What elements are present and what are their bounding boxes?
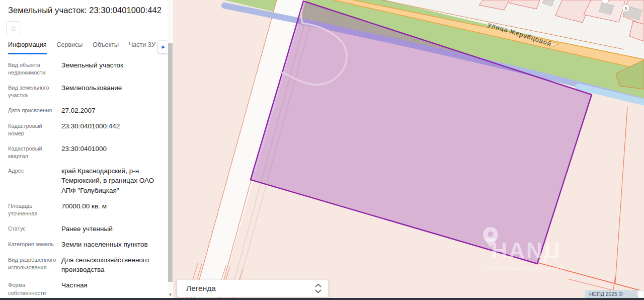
- field-value: Частная: [61, 280, 160, 297]
- field-value: Земельный участок: [61, 60, 160, 77]
- field-label: Вид земельного участка: [8, 83, 61, 100]
- field-value: край Краснодарский, р-н Темрюкский, в гр…: [61, 166, 160, 195]
- scrollbar-down-arrow-icon[interactable]: ▼: [168, 292, 173, 297]
- legend-bar[interactable]: Легенда: [177, 280, 328, 297]
- attribution-label: НСПД 2025 ©: [589, 291, 623, 297]
- tab-services[interactable]: Сервисы: [57, 41, 83, 54]
- field-value: Земли населенных пунктов: [61, 240, 160, 249]
- tab-information[interactable]: Информация: [8, 41, 47, 54]
- app-window: Земельный участок: 23:30:0401000:442 ☆ И…: [0, 0, 644, 300]
- field-value: Для сельскохозяйственного производства: [61, 255, 160, 274]
- field-row: Кадастровый номер 23:30:0401000:442: [8, 121, 160, 138]
- tab-bar: Информация Сервисы Объекты Части ЗУ Сост…: [8, 41, 168, 54]
- scrollbar-thumb[interactable]: [168, 43, 173, 282]
- field-row: Дата присвоения 27.02.2007: [8, 106, 160, 115]
- tab-parcel-parts[interactable]: Части ЗУ: [129, 41, 155, 54]
- map-attribution: НСПД 2025 ©: [585, 290, 644, 298]
- field-row: Категория земель Земли населенных пункто…: [8, 240, 160, 249]
- field-value: 23:30:0401000: [61, 144, 160, 161]
- watermark-title: ЦИАН: [490, 238, 559, 263]
- field-row: Вид земельного участка Землепользование: [8, 83, 160, 100]
- legend-label: Легенда: [186, 284, 216, 292]
- parcel-info-panel: Земельный участок: 23:30:0401000:442 ☆ И…: [0, 0, 168, 300]
- field-value: 23:30:0401000:442: [61, 121, 160, 138]
- field-row: Вид разрешенного использования Для сельс…: [8, 255, 160, 274]
- house-number-label: 6: [624, 6, 627, 11]
- field-row: Статус Ранее учтенный: [8, 224, 160, 234]
- map-canvas[interactable]: 6 улица Жеребцовой: [173, 0, 644, 300]
- field-value: Землепользование: [61, 83, 160, 100]
- panel-scrollbar[interactable]: ▼: [168, 0, 173, 300]
- field-label: Кадастровый квартал: [8, 144, 61, 161]
- field-label: Статус: [8, 224, 61, 234]
- watermark-subtitle: база недвижимости: [485, 264, 564, 272]
- field-row: Площадь уточненная 70000.00 кв. м: [8, 201, 160, 218]
- field-label: Форма собственности: [8, 280, 61, 297]
- field-row: Кадастровый квартал 23:30:0401000: [8, 144, 160, 161]
- field-value: 27.02.2007: [61, 106, 160, 115]
- field-row: Адрес край Краснодарский, р-н Темрюкский…: [8, 166, 160, 195]
- tab-objects[interactable]: Объекты: [93, 41, 119, 54]
- field-label: Дата присвоения: [8, 106, 61, 115]
- field-label: Вид объекта недвижимости: [8, 60, 61, 77]
- field-label: Категория земель: [8, 240, 61, 249]
- star-icon: ☆: [10, 24, 17, 33]
- page-title: Земельный участок: 23:30:0401000:442: [8, 5, 164, 16]
- field-value: 70000.00 кв. м: [61, 201, 160, 218]
- field-value: Ранее учтенный: [61, 224, 160, 234]
- field-label: Адрес: [8, 166, 61, 195]
- attribute-list: Вид объекта недвижимости Земельный участ…: [8, 60, 160, 300]
- field-label: Вид разрешенного использования: [8, 255, 61, 274]
- window-bottom-edge: [0, 298, 644, 300]
- field-row: Форма собственности Частная: [8, 280, 160, 297]
- chevron-right-icon: ▶: [162, 44, 166, 49]
- field-label: Кадастровый номер: [8, 121, 61, 138]
- map-control-partial[interactable]: [638, 290, 644, 298]
- favorite-button[interactable]: ☆: [6, 21, 21, 36]
- field-label: Площадь уточненная: [8, 201, 61, 218]
- field-row: Вид объекта недвижимости Земельный участ…: [8, 60, 160, 77]
